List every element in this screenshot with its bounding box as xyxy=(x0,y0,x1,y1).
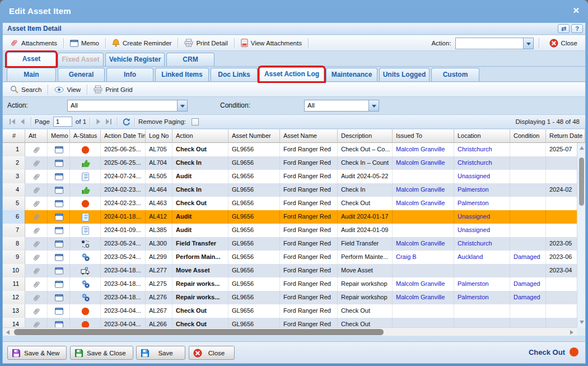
table-row[interactable]: 82023-05-24...AL300Field TransferGL9656F… xyxy=(3,237,585,251)
paperclip-icon[interactable] xyxy=(32,173,41,181)
tab-linked-items[interactable]: Linked Items xyxy=(155,68,209,81)
prev-page-icon[interactable] xyxy=(17,117,27,127)
close-button-top[interactable]: Close xyxy=(544,37,582,49)
column-header-num[interactable]: # xyxy=(3,129,25,143)
table-row[interactable]: 62024-01-18...AL412AuditGL9656Ford Range… xyxy=(3,210,585,224)
tab-doc-links[interactable]: Doc Links xyxy=(211,68,258,81)
memo-icon[interactable] xyxy=(55,226,63,234)
column-header-return_date[interactable]: Return Date xyxy=(546,129,585,143)
horizontal-scroll-thumb[interactable] xyxy=(14,329,384,335)
paperclip-icon[interactable] xyxy=(32,280,41,289)
vertical-scrollbar[interactable] xyxy=(577,143,585,327)
paperclip-icon[interactable] xyxy=(32,253,41,262)
column-header-action[interactable]: Action xyxy=(172,129,228,143)
action-filter-dropdown[interactable]: All xyxy=(67,100,188,112)
remove-paging-checkbox[interactable] xyxy=(192,118,199,126)
chevron-down-icon[interactable] xyxy=(368,100,379,111)
scroll-right-icon[interactable] xyxy=(570,330,573,335)
paperclip-icon[interactable] xyxy=(32,200,41,208)
paperclip-icon[interactable] xyxy=(32,213,41,221)
column-header-condition[interactable]: Condition xyxy=(510,129,546,143)
column-header-asset_number[interactable]: Asset Number xyxy=(228,129,280,143)
memo-icon[interactable] xyxy=(55,159,63,167)
memo-icon[interactable] xyxy=(55,146,63,154)
tab-general[interactable]: General xyxy=(58,68,105,81)
vertical-scroll-thumb[interactable] xyxy=(579,157,584,206)
memo-icon[interactable] xyxy=(55,267,63,275)
column-header-action_date[interactable]: Action Date Time xyxy=(101,129,146,143)
refresh-icon[interactable] xyxy=(121,117,131,127)
table-row[interactable]: 12025-06-25...AL705Check OutGL9656Ford R… xyxy=(3,143,585,156)
memo-icon[interactable] xyxy=(55,253,63,261)
help-icon[interactable]: ? xyxy=(571,24,583,33)
table-row[interactable]: 132023-04-04...AL267Check OutGL9656Ford … xyxy=(3,304,585,318)
column-header-att[interactable]: Att xyxy=(25,129,48,143)
window-close-icon[interactable]: ✕ xyxy=(572,6,580,16)
table-row[interactable]: 32024-07-24...AL505AuditGL9656Ford Range… xyxy=(3,170,585,183)
chevron-down-icon[interactable] xyxy=(177,100,187,111)
scroll-left-icon[interactable] xyxy=(6,330,10,335)
save-and-close-button[interactable]: Save & Close xyxy=(70,346,133,360)
action-dropdown[interactable] xyxy=(455,38,534,49)
column-header-description[interactable]: Description xyxy=(338,129,393,143)
tab-maintenance[interactable]: Maintenance xyxy=(326,68,377,81)
column-header-asset_name[interactable]: Asset Name xyxy=(280,129,338,143)
page-number-input[interactable] xyxy=(53,117,72,127)
table-row[interactable]: 92023-05-24...AL299Perform Main...GL9656… xyxy=(3,251,585,264)
tab-vehicle-register[interactable]: Vehicle Register xyxy=(105,53,165,66)
table-row[interactable]: 72024-01-09...AL385AuditGL9656Ford Range… xyxy=(3,224,585,237)
memo-icon[interactable] xyxy=(55,186,63,194)
scroll-up-icon[interactable] xyxy=(580,146,584,150)
paperclip-icon[interactable] xyxy=(32,159,41,168)
paperclip-icon[interactable] xyxy=(32,307,41,316)
memo-icon[interactable] xyxy=(55,200,63,207)
chevron-down-icon[interactable] xyxy=(523,38,533,49)
paperclip-icon[interactable] xyxy=(32,226,41,235)
horizontal-scrollbar[interactable] xyxy=(3,327,577,336)
view-attachments-button[interactable]: View Attachments xyxy=(236,37,307,49)
column-header-location[interactable]: Location xyxy=(454,129,510,143)
memo-button[interactable]: Memo xyxy=(65,37,104,49)
tab-main[interactable]: Main xyxy=(7,68,56,81)
tab-units-logged[interactable]: Units Logged xyxy=(379,68,430,81)
first-page-icon[interactable] xyxy=(7,117,17,127)
column-header-status[interactable]: A-Status xyxy=(70,129,101,143)
attachments-button[interactable]: Attachments xyxy=(5,37,62,49)
tab-crm[interactable]: CRM xyxy=(166,53,214,66)
tab-asset-action-log[interactable]: Asset Action Log xyxy=(259,67,324,81)
view-button[interactable]: View xyxy=(49,84,86,96)
memo-icon[interactable] xyxy=(55,294,63,302)
tab-info[interactable]: Info xyxy=(106,68,153,81)
next-page-icon[interactable] xyxy=(94,117,104,127)
paperclip-icon[interactable] xyxy=(32,240,41,248)
print-grid-button[interactable]: Print Grid xyxy=(88,84,138,96)
memo-icon[interactable] xyxy=(55,240,63,248)
scroll-down-icon[interactable] xyxy=(580,321,584,324)
table-row[interactable]: 112023-04-18...AL275Repair works...GL965… xyxy=(3,277,585,291)
memo-icon[interactable] xyxy=(55,213,63,221)
last-page-icon[interactable] xyxy=(104,117,114,127)
print-detail-button[interactable]: Print Detail xyxy=(179,37,232,49)
create-reminder-button[interactable]: Create Reminder xyxy=(107,37,177,49)
save-button[interactable]: Save xyxy=(136,346,185,360)
table-row[interactable]: 122023-04-18...AL276Repair works...GL965… xyxy=(3,291,585,304)
memo-icon[interactable] xyxy=(55,307,63,315)
search-button[interactable]: Search xyxy=(5,84,46,96)
paperclip-icon[interactable] xyxy=(32,267,41,275)
paperclip-icon[interactable] xyxy=(32,146,41,154)
save-and-new-button[interactable]: Save & New xyxy=(7,346,67,360)
paperclip-icon[interactable] xyxy=(32,186,41,194)
tab-asset[interactable]: Asset xyxy=(7,52,56,66)
paperclip-icon[interactable] xyxy=(32,294,41,302)
condition-filter-dropdown[interactable]: All xyxy=(304,100,379,112)
table-row[interactable]: 102023-04-18...AL277Move AssetGL9656Ford… xyxy=(3,264,585,277)
table-row[interactable]: 22025-06-25...AL704Check InGL9656Ford Ra… xyxy=(3,156,585,170)
table-row[interactable]: 42024-02-23...AL464Check InGL9656Ford Ra… xyxy=(3,183,585,197)
memo-icon[interactable] xyxy=(55,280,63,288)
column-header-log_no[interactable]: Log No xyxy=(146,129,172,143)
close-button-bottom[interactable]: Close xyxy=(189,346,235,360)
memo-icon[interactable] xyxy=(55,173,63,180)
table-row[interactable]: 52024-02-23...AL463Check OutGL9656Ford R… xyxy=(3,197,585,210)
column-header-memo[interactable]: Memo xyxy=(48,129,70,143)
sync-icon[interactable]: ⇄ xyxy=(558,24,570,33)
